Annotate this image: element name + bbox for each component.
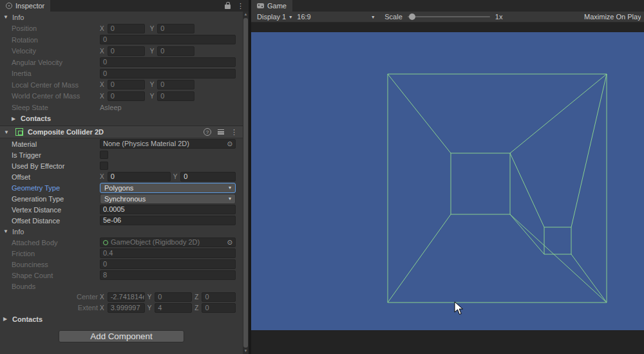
geometry-type-dropdown[interactable]: Polygons ▾: [100, 183, 236, 193]
row-bounds-extent: Extent X 3.999997 Y 4 Z 0: [0, 303, 243, 313]
add-component-row: Add Component: [0, 330, 243, 342]
aspect-ratio-dropdown[interactable]: 16:9 ▾: [294, 13, 377, 21]
field-group: 0: [100, 35, 236, 45]
wire-polygon: [544, 227, 571, 254]
lock-icon[interactable]: [225, 5, 231, 9]
inertia-label: Inertia: [12, 70, 32, 77]
maximize-on-play-button[interactable]: Maximize On Play: [584, 13, 641, 21]
chevron-down-icon: ▾: [372, 14, 374, 20]
scale-label: Scale: [384, 13, 402, 21]
kebab-menu-icon[interactable]: ⋮: [231, 129, 238, 136]
row-inertia: Inertia 0: [0, 68, 243, 80]
foldout-label: Contacts: [12, 315, 43, 323]
foldout-open-icon: ▼: [4, 129, 10, 135]
field-group: 0: [100, 259, 236, 270]
row-vertex-distance: Vertex Distance 0.0005: [0, 204, 243, 215]
tab-game[interactable]: Game: [251, 0, 292, 12]
field-group: 0: [100, 57, 236, 68]
field-group: 0: [100, 68, 236, 79]
offset-distance-field[interactable]: 5e-06: [100, 216, 236, 225]
sleep-state-label: Sleep State: [12, 104, 48, 111]
field-group: 5e-06: [100, 216, 236, 226]
material-value: None (Physics Material 2D): [103, 140, 189, 148]
game-toolbar: Display 1 ▾ 16:9 ▾ Scale 1x Maximize On …: [251, 12, 644, 23]
field-group: X 0 Y 0: [100, 91, 236, 101]
inertia-field: 0: [100, 69, 236, 79]
row-velocity: Velocity X 0 Y 0: [0, 46, 243, 57]
chevron-down-icon: ▾: [229, 185, 231, 191]
bounds-extent-z-field: 0: [202, 303, 236, 313]
inspector-scrollbar[interactable]: ▲ ▼: [243, 12, 249, 354]
field-group: Asleep: [100, 102, 236, 113]
row-bounds: Bounds: [0, 281, 243, 292]
inspector-panel: Inspector ⋮ ▼ Info Position X 0 Y 0: [0, 0, 249, 354]
scale-value: 1x: [495, 13, 503, 21]
velocity-label: Velocity: [12, 47, 36, 55]
world-com-label: World Center of Mass: [12, 92, 80, 100]
wire-line: [388, 214, 451, 303]
offset-y-field[interactable]: 0: [180, 172, 236, 182]
scroll-down-icon[interactable]: ▼: [244, 348, 248, 354]
row-bounciness: Bounciness 0: [0, 259, 243, 270]
bounds-extent-label: Extent: [12, 304, 98, 312]
foldout-rigidbody-info[interactable]: ▼ Info: [0, 12, 243, 23]
foldout-open-icon: ▼: [3, 228, 9, 234]
row-bounds-center: Center X -2.741814e Y 0 Z 0: [0, 292, 243, 303]
row-angular-velocity: Angular Velocity 0: [0, 57, 243, 68]
friction-label: Friction: [12, 250, 35, 257]
velocity-x-field: 0: [108, 46, 145, 56]
row-world-center-of-mass: World Center of Mass X 0 Y 0: [0, 91, 243, 102]
geometry-type-value: Polygons: [104, 184, 133, 192]
add-component-button[interactable]: Add Component: [59, 330, 184, 342]
bounds-extent-x-field: 3.999997: [108, 303, 145, 313]
bounds-center-x-field: -2.741814e: [108, 292, 145, 302]
row-used-by-effector: Used By Effector: [0, 160, 243, 171]
bounds-label: Bounds: [12, 283, 35, 290]
scale-slider-knob[interactable]: [409, 14, 415, 20]
wire-line: [510, 214, 607, 303]
vertex-distance-field[interactable]: 0.0005: [100, 205, 236, 214]
bounds-extent-y-field: 4: [155, 303, 192, 313]
axis-x-label: X: [100, 293, 104, 301]
used-by-effector-checkbox[interactable]: [100, 162, 108, 170]
material-object-field[interactable]: None (Physics Material 2D) ⊙: [100, 139, 236, 149]
wire-line: [571, 254, 607, 303]
object-picker-icon[interactable]: ⊙: [227, 141, 232, 147]
local-com-label: Local Center of Mass: [12, 81, 79, 89]
is-trigger-checkbox[interactable]: [100, 151, 108, 159]
axis-x-label: X: [100, 93, 104, 100]
tab-inspector[interactable]: Inspector: [0, 0, 50, 12]
scroll-up-icon[interactable]: ▲: [244, 12, 248, 17]
field-group: Polygons ▾: [100, 183, 236, 193]
chevron-down-icon: ▾: [289, 14, 292, 20]
foldout-open-icon: ▼: [3, 14, 9, 20]
scale-slider[interactable]: [408, 16, 490, 17]
kebab-menu-icon[interactable]: ⋮: [237, 3, 244, 10]
field-group: X 0 Y 0: [100, 172, 236, 182]
attached-body-label: Attached Body: [12, 239, 58, 247]
generation-type-dropdown[interactable]: Synchronous ▾: [100, 194, 236, 204]
axis-x-label: X: [100, 25, 104, 32]
presets-icon[interactable]: [218, 129, 224, 135]
game-icon: [257, 3, 264, 8]
bounciness-label: Bounciness: [12, 261, 48, 268]
game-panel: Game Display 1 ▾ 16:9 ▾ Scale 1x Maximiz…: [251, 0, 644, 354]
aspect-ratio-value: 16:9: [297, 13, 310, 21]
game-tab-label: Game: [267, 2, 287, 10]
foldout-contacts-rigidbody[interactable]: ▶ Contacts: [0, 113, 243, 125]
world-com-x-field: 0: [108, 91, 145, 101]
display-dropdown[interactable]: Display 1 ▾: [254, 13, 294, 21]
foldout-contacts-collider[interactable]: ▶ Contacts: [0, 313, 243, 324]
foldout-collider-info[interactable]: ▼ Info: [0, 226, 243, 237]
scrollbar-thumb[interactable]: [243, 18, 248, 348]
wire-polygon: [388, 74, 607, 303]
axis-y-label: Y: [150, 25, 155, 32]
rotation-field: 0: [100, 35, 236, 44]
offset-x-field[interactable]: 0: [108, 172, 171, 182]
sleep-state-value: Asleep: [100, 104, 122, 111]
inspector-icon: [6, 3, 12, 9]
game-viewport: [251, 23, 644, 354]
component-header-composite-collider-2d[interactable]: ▼ Composite Collider 2D ? ⋮: [0, 126, 243, 138]
help-icon[interactable]: ?: [204, 128, 211, 136]
position-x-field: 0: [108, 24, 145, 33]
